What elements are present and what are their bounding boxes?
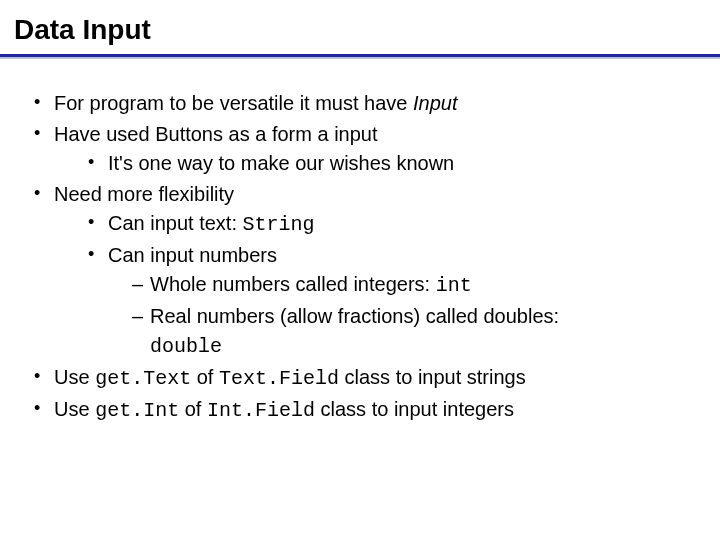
list-item: Use get.Int of Int.Field class to input …	[30, 395, 690, 425]
code-text: double	[150, 335, 222, 358]
slide-title: Data Input	[0, 0, 720, 54]
list-item: Need more flexibility Can input text: St…	[30, 180, 690, 361]
bullet-text: Have used Buttons as a form a input	[54, 123, 378, 145]
sub-sub-list: Whole numbers called integers: int Real …	[108, 270, 690, 361]
bullet-text-italic: Input	[413, 92, 457, 114]
list-item: Can input numbers Whole numbers called i…	[84, 241, 690, 361]
bullet-text: of	[191, 366, 219, 388]
bullet-text: of	[179, 398, 207, 420]
code-text: get.Int	[95, 399, 179, 422]
slide-body: For program to be versatile it must have…	[0, 59, 720, 425]
bullet-text: For program to be versatile it must have	[54, 92, 413, 114]
bullet-text: Can input numbers	[108, 244, 277, 266]
bullet-text: class to input strings	[339, 366, 526, 388]
bullet-text: Use	[54, 398, 95, 420]
sub-list: Can input text: String Can input numbers…	[54, 209, 690, 361]
bullet-text: It's one way to make our wishes known	[108, 152, 454, 174]
list-item: It's one way to make our wishes known	[84, 149, 690, 178]
code-text: String	[243, 213, 315, 236]
list-item: Have used Buttons as a form a input It's…	[30, 120, 690, 178]
list-item: Can input text: String	[84, 209, 690, 239]
bullet-list: For program to be versatile it must have…	[30, 89, 690, 425]
list-item: Whole numbers called integers: int	[132, 270, 690, 300]
list-item: Use get.Text of Text.Field class to inpu…	[30, 363, 690, 393]
code-text: int	[436, 274, 472, 297]
list-item: For program to be versatile it must have…	[30, 89, 690, 118]
bullet-text: Need more flexibility	[54, 183, 234, 205]
bullet-text: Whole numbers called integers:	[150, 273, 436, 295]
sub-list: It's one way to make our wishes known	[54, 149, 690, 178]
bullet-text: class to input integers	[315, 398, 514, 420]
bullet-text: Use	[54, 366, 95, 388]
bullet-text: Real numbers (allow fractions) called do…	[150, 305, 559, 327]
list-item: Real numbers (allow fractions) called do…	[132, 302, 690, 361]
bullet-text: Can input text:	[108, 212, 243, 234]
code-text: Int.Field	[207, 399, 315, 422]
slide: Data Input For program to be versatile i…	[0, 0, 720, 540]
code-text: Text.Field	[219, 367, 339, 390]
code-text: get.Text	[95, 367, 191, 390]
